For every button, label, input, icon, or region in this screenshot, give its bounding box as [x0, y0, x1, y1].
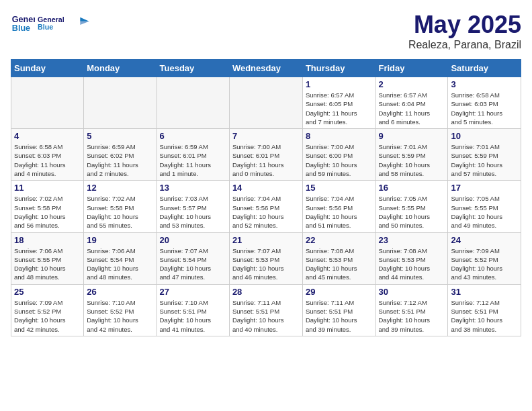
weekday-header-thursday: Thursday: [302, 60, 375, 77]
day-number: 21: [232, 235, 300, 245]
calendar-cell: 13Sunrise: 7:03 AM Sunset: 5:57 PM Dayli…: [157, 181, 229, 232]
day-number: 12: [87, 183, 153, 193]
day-number: 1: [306, 79, 373, 89]
day-info: Sunrise: 7:08 AM Sunset: 5:53 PM Dayligh…: [379, 246, 445, 282]
weekday-header-tuesday: Tuesday: [157, 60, 229, 77]
day-number: 7: [232, 131, 300, 141]
month-title: May 2025: [408, 11, 521, 39]
day-info: Sunrise: 6:58 AM Sunset: 6:03 PM Dayligh…: [451, 91, 518, 126]
day-info: Sunrise: 7:06 AM Sunset: 5:55 PM Dayligh…: [14, 246, 81, 282]
weekday-header-friday: Friday: [375, 60, 448, 77]
day-number: 5: [87, 131, 153, 141]
calendar-cell: [157, 77, 229, 129]
weekday-header-wednesday: Wednesday: [229, 60, 302, 77]
title-area: May 2025 Realeza, Parana, Brazil: [408, 11, 521, 51]
day-number: 8: [306, 131, 373, 141]
day-number: 16: [379, 183, 445, 193]
calendar-cell: 10Sunrise: 7:01 AM Sunset: 5:59 PM Dayli…: [448, 129, 521, 181]
calendar-cell: 31Sunrise: 7:12 AM Sunset: 5:51 PM Dayli…: [448, 284, 521, 336]
calendar-cell: 26Sunrise: 7:10 AM Sunset: 5:52 PM Dayli…: [84, 284, 157, 336]
logo: General Blue General Blue: [11, 11, 91, 36]
day-info: Sunrise: 7:00 AM Sunset: 6:01 PM Dayligh…: [232, 142, 300, 178]
calendar-cell: 8Sunrise: 7:00 AM Sunset: 6:00 PM Daylig…: [302, 129, 375, 181]
svg-text:Blue: Blue: [12, 24, 30, 33]
calendar-table: SundayMondayTuesdayWednesdayThursdayFrid…: [11, 59, 521, 336]
calendar-cell: 17Sunrise: 7:05 AM Sunset: 5:55 PM Dayli…: [448, 181, 521, 232]
calendar-cell: 4Sunrise: 6:58 AM Sunset: 6:03 PM Daylig…: [11, 129, 84, 181]
day-info: Sunrise: 7:07 AM Sunset: 5:54 PM Dayligh…: [160, 246, 226, 282]
calendar-cell: 11Sunrise: 7:02 AM Sunset: 5:58 PM Dayli…: [11, 181, 84, 232]
day-info: Sunrise: 6:58 AM Sunset: 6:03 PM Dayligh…: [14, 142, 81, 178]
calendar-cell: [84, 77, 157, 129]
day-number: 19: [87, 235, 153, 245]
day-info: Sunrise: 7:09 AM Sunset: 5:52 PM Dayligh…: [14, 298, 81, 334]
day-number: 28: [232, 287, 300, 297]
day-number: 24: [451, 235, 518, 245]
day-info: Sunrise: 7:02 AM Sunset: 5:58 PM Dayligh…: [87, 194, 153, 230]
day-number: 26: [87, 287, 153, 297]
calendar-cell: 1Sunrise: 6:57 AM Sunset: 6:05 PM Daylig…: [302, 77, 375, 129]
day-number: 6: [160, 131, 226, 141]
location: Realeza, Parana, Brazil: [408, 39, 521, 51]
weekday-header-sunday: Sunday: [11, 60, 84, 77]
logo-svg: General Blue: [38, 11, 91, 36]
day-number: 17: [451, 183, 518, 193]
day-info: Sunrise: 7:07 AM Sunset: 5:53 PM Dayligh…: [232, 246, 300, 282]
day-info: Sunrise: 7:09 AM Sunset: 5:52 PM Dayligh…: [451, 246, 518, 282]
calendar-cell: 24Sunrise: 7:09 AM Sunset: 5:52 PM Dayli…: [448, 232, 521, 284]
day-info: Sunrise: 7:12 AM Sunset: 5:51 PM Dayligh…: [451, 298, 518, 334]
page-header: General Blue General Blue May 2025 Reale…: [11, 11, 521, 51]
day-number: 14: [232, 183, 300, 193]
day-number: 13: [160, 183, 226, 193]
day-info: Sunrise: 7:12 AM Sunset: 5:51 PM Dayligh…: [379, 298, 445, 334]
calendar-cell: 25Sunrise: 7:09 AM Sunset: 5:52 PM Dayli…: [11, 284, 84, 336]
day-number: 3: [451, 79, 518, 89]
day-info: Sunrise: 6:57 AM Sunset: 6:05 PM Dayligh…: [306, 91, 373, 126]
svg-text:Blue: Blue: [38, 23, 53, 31]
day-number: 2: [379, 79, 445, 89]
calendar-cell: 28Sunrise: 7:11 AM Sunset: 5:51 PM Dayli…: [229, 284, 302, 336]
calendar-cell: 2Sunrise: 6:57 AM Sunset: 6:04 PM Daylig…: [375, 77, 448, 129]
calendar-cell: 21Sunrise: 7:07 AM Sunset: 5:53 PM Dayli…: [229, 232, 302, 284]
day-info: Sunrise: 7:10 AM Sunset: 5:52 PM Dayligh…: [87, 298, 153, 334]
day-number: 23: [379, 235, 445, 245]
weekday-header-monday: Monday: [84, 60, 157, 77]
day-info: Sunrise: 7:05 AM Sunset: 5:55 PM Dayligh…: [451, 194, 518, 230]
calendar-cell: 9Sunrise: 7:01 AM Sunset: 5:59 PM Daylig…: [375, 129, 448, 181]
logo-icon: General Blue: [11, 11, 35, 36]
calendar-cell: 29Sunrise: 7:11 AM Sunset: 5:51 PM Dayli…: [302, 284, 375, 336]
day-number: 18: [14, 235, 81, 245]
calendar-week-5: 25Sunrise: 7:09 AM Sunset: 5:52 PM Dayli…: [11, 284, 521, 336]
day-number: 15: [306, 183, 373, 193]
calendar-week-2: 4Sunrise: 6:58 AM Sunset: 6:03 PM Daylig…: [11, 129, 521, 181]
day-info: Sunrise: 7:04 AM Sunset: 5:56 PM Dayligh…: [232, 194, 300, 230]
day-info: Sunrise: 7:01 AM Sunset: 5:59 PM Dayligh…: [379, 142, 445, 178]
calendar-cell: [11, 77, 84, 129]
day-info: Sunrise: 7:00 AM Sunset: 6:00 PM Dayligh…: [306, 142, 373, 178]
day-number: 9: [379, 131, 445, 141]
calendar-cell: 30Sunrise: 7:12 AM Sunset: 5:51 PM Dayli…: [375, 284, 448, 336]
day-number: 31: [451, 287, 518, 297]
weekday-header-row: SundayMondayTuesdayWednesdayThursdayFrid…: [11, 60, 521, 77]
day-info: Sunrise: 7:05 AM Sunset: 5:55 PM Dayligh…: [379, 194, 445, 230]
day-info: Sunrise: 7:02 AM Sunset: 5:58 PM Dayligh…: [14, 194, 81, 230]
day-number: 27: [160, 287, 226, 297]
day-number: 25: [14, 287, 81, 297]
calendar-cell: 15Sunrise: 7:04 AM Sunset: 5:56 PM Dayli…: [302, 181, 375, 232]
calendar-cell: 7Sunrise: 7:00 AM Sunset: 6:01 PM Daylig…: [229, 129, 302, 181]
calendar-cell: 27Sunrise: 7:10 AM Sunset: 5:51 PM Dayli…: [157, 284, 229, 336]
svg-marker-4: [80, 17, 89, 21]
day-number: 11: [14, 183, 81, 193]
calendar-week-3: 11Sunrise: 7:02 AM Sunset: 5:58 PM Dayli…: [11, 181, 521, 232]
calendar-cell: 23Sunrise: 7:08 AM Sunset: 5:53 PM Dayli…: [375, 232, 448, 284]
day-number: 4: [14, 131, 81, 141]
calendar-cell: 19Sunrise: 7:06 AM Sunset: 5:54 PM Dayli…: [84, 232, 157, 284]
day-info: Sunrise: 7:11 AM Sunset: 5:51 PM Dayligh…: [306, 298, 373, 334]
calendar-cell: 3Sunrise: 6:58 AM Sunset: 6:03 PM Daylig…: [448, 77, 521, 129]
day-info: Sunrise: 7:06 AM Sunset: 5:54 PM Dayligh…: [87, 246, 153, 282]
day-info: Sunrise: 6:59 AM Sunset: 6:01 PM Dayligh…: [160, 142, 226, 178]
day-number: 22: [306, 235, 373, 245]
day-info: Sunrise: 7:04 AM Sunset: 5:56 PM Dayligh…: [306, 194, 373, 230]
calendar-cell: 6Sunrise: 6:59 AM Sunset: 6:01 PM Daylig…: [157, 129, 229, 181]
day-number: 29: [306, 287, 373, 297]
